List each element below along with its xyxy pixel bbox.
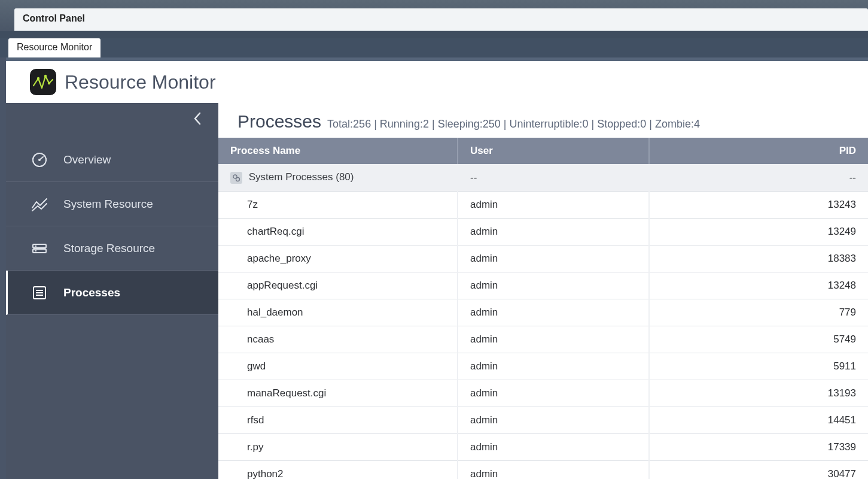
cell-process-name: gwd [218,353,458,380]
sidebar-item-system-resource[interactable]: System Resource [6,182,218,226]
control-panel-window-tab[interactable]: Control Panel [14,8,868,31]
sidebar-item-label: Storage Resource [63,242,155,255]
chart-line-icon [31,196,48,213]
cell-user: admin [458,380,649,407]
cell-pid: 5911 [649,353,868,380]
sidebar-item-label: System Resource [63,198,153,211]
group-row-name: System Processes (80) [249,171,354,183]
table-row[interactable]: hal_daemonadmin779 [218,299,868,326]
svg-point-2 [48,82,50,84]
cell-process-name: rfsd [218,407,458,434]
gear-icon [230,172,242,184]
main-header: Processes Total:256 | Running:2 | Sleepi… [218,103,868,138]
table-row[interactable]: python2admin30477 [218,461,868,480]
cell-process-name: appRequest.cgi [218,272,458,299]
app-window: Resource Monitor Overview [6,61,868,479]
table-row[interactable]: 7zadmin13243 [218,192,868,219]
sidebar-item-storage-resource[interactable]: Storage Resource [6,226,218,271]
cell-user: admin [458,407,649,434]
table-row[interactable]: gwdadmin5911 [218,353,868,380]
cell-pid: 30477 [649,461,868,480]
cell-pid: 13248 [649,272,868,299]
storage-icon [31,240,48,257]
svg-point-16 [236,178,240,181]
table-row[interactable]: chartReq.cgiadmin13249 [218,219,868,245]
column-header-pid[interactable]: PID [649,138,868,164]
sidebar-item-label: Processes [63,286,120,299]
cell-pid: 14451 [649,407,868,434]
cell-process-name: manaRequest.cgi [218,380,458,407]
app-titlebar: Resource Monitor [6,61,868,103]
table-row[interactable]: rfsdadmin14451 [218,407,868,434]
sidebar-item-overview[interactable]: Overview [6,138,218,182]
table-group-row[interactable]: System Processes (80) -- -- [218,164,868,192]
cell-user: admin [458,272,649,299]
cell-pid: 779 [649,299,868,326]
cell-process-name: r.py [218,434,458,461]
table-row[interactable]: r.pyadmin17339 [218,434,868,461]
cell-process-name: ncaas [218,326,458,353]
secondary-tab-row: Resource Monitor [0,38,868,57]
table-row[interactable]: manaRequest.cgiadmin13193 [218,380,868,407]
svg-point-1 [44,75,47,77]
cell-process-name: chartReq.cgi [218,219,458,245]
svg-point-0 [37,77,39,80]
resource-monitor-app-icon [30,69,56,95]
sidebar-item-label: Overview [63,153,111,166]
cell-user: admin [458,461,649,480]
cell-pid: 17339 [649,434,868,461]
sidebar-item-processes[interactable]: Processes [6,271,218,315]
group-row-user: -- [458,164,649,192]
cell-process-name: apache_proxy [218,245,458,272]
app-title: Resource Monitor [65,71,216,93]
collapse-sidebar-icon[interactable] [193,112,202,129]
cell-user: admin [458,434,649,461]
cell-pid: 13193 [649,380,868,407]
table-row[interactable]: appRequest.cgiadmin13248 [218,272,868,299]
cell-user: admin [458,219,649,245]
list-icon [31,284,48,301]
cell-pid: 13243 [649,192,868,219]
desktop-header-area: Control Panel [0,0,868,31]
table-row[interactable]: ncaasadmin5749 [218,326,868,353]
group-row-pid: -- [649,164,868,192]
cell-user: admin [458,299,649,326]
column-header-process-name[interactable]: Process Name [218,138,458,164]
cell-pid: 13249 [649,219,868,245]
window-gap [0,31,868,38]
table-header-row: Process Name User PID [218,138,868,164]
sidebar-collapse-row [6,103,218,138]
gauge-icon [31,151,48,168]
process-stats-summary: Total:256 | Running:2 | Sleeping:250 | U… [327,118,700,131]
resource-monitor-window-tab[interactable]: Resource Monitor [8,38,100,57]
cell-pid: 18383 [649,245,868,272]
cell-process-name: 7z [218,192,458,219]
cell-pid: 5749 [649,326,868,353]
cell-user: admin [458,245,649,272]
cell-user: admin [458,192,649,219]
main-content: Processes Total:256 | Running:2 | Sleepi… [218,103,868,479]
cell-user: admin [458,326,649,353]
cell-process-name: hal_daemon [218,299,458,326]
cell-process-name: python2 [218,461,458,480]
process-table: Process Name User PID [218,138,868,479]
page-title: Processes [237,111,321,132]
cell-user: admin [458,353,649,380]
process-table-wrap: Process Name User PID [218,138,868,479]
table-row[interactable]: apache_proxyadmin18383 [218,245,868,272]
svg-point-6 [38,159,41,161]
column-header-user[interactable]: User [458,138,649,164]
sidebar: Overview System Resource [6,103,218,479]
